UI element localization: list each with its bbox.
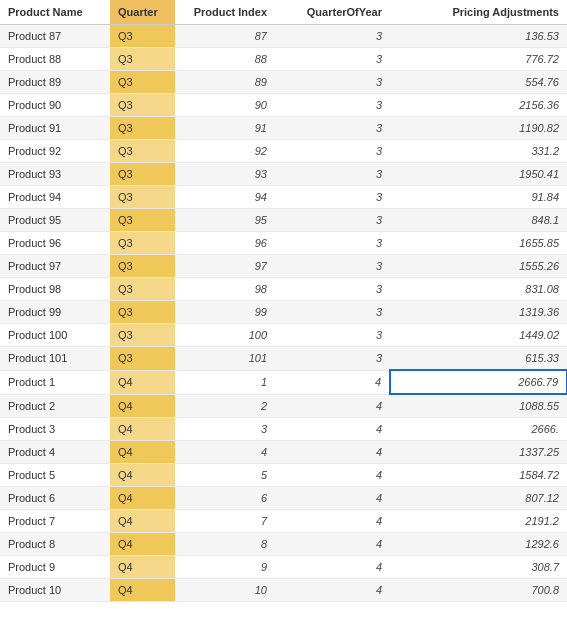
cell-pricing-adjustments: 1950.41 [390,163,567,186]
cell-pricing-adjustments: 700.8 [390,579,567,602]
table-row: Product 8Q4841292.6 [0,533,567,556]
table-row: Product 100Q310031449.02 [0,324,567,347]
cell-product-name: Product 93 [0,163,110,186]
cell-quarter: Q3 [110,117,175,140]
cell-product-name: Product 95 [0,209,110,232]
cell-quarter: Q3 [110,255,175,278]
cell-quarter: Q4 [110,510,175,533]
cell-quarter: Q3 [110,140,175,163]
cell-quarter-of-year: 3 [275,255,390,278]
cell-pricing-adjustments: 308.7 [390,556,567,579]
table-row: Product 3Q4342666. [0,418,567,441]
cell-product-index: 4 [175,441,275,464]
cell-product-name: Product 90 [0,94,110,117]
cell-product-name: Product 91 [0,117,110,140]
cell-quarter: Q4 [110,556,175,579]
table-row: Product 95Q3953848.1 [0,209,567,232]
cell-quarter-of-year: 4 [275,556,390,579]
cell-pricing-adjustments: 2191.2 [390,510,567,533]
cell-quarter-of-year: 3 [275,94,390,117]
table-row: Product 89Q3893554.76 [0,71,567,94]
table-row: Product 99Q39931319.36 [0,301,567,324]
cell-product-index: 89 [175,71,275,94]
cell-product-name: Product 9 [0,556,110,579]
table-header: Product Name Quarter Product Index Quart… [0,0,567,25]
header-product-name: Product Name [0,0,110,25]
cell-product-index: 3 [175,418,275,441]
cell-product-index: 92 [175,140,275,163]
table-row: Product 97Q39731555.26 [0,255,567,278]
cell-quarter: Q3 [110,71,175,94]
header-quarter: Quarter [110,0,175,25]
table-row: Product 10Q4104700.8 [0,579,567,602]
table-row: Product 94Q394391.84 [0,186,567,209]
cell-quarter-of-year: 3 [275,232,390,255]
cell-pricing-adjustments: 554.76 [390,71,567,94]
cell-product-index: 1 [175,370,275,394]
cell-quarter-of-year: 3 [275,163,390,186]
cell-product-index: 101 [175,347,275,371]
cell-quarter: Q3 [110,186,175,209]
table-row: Product 93Q39331950.41 [0,163,567,186]
cell-quarter: Q4 [110,464,175,487]
cell-product-index: 90 [175,94,275,117]
table-row: Product 4Q4441337.25 [0,441,567,464]
cell-quarter: Q4 [110,394,175,418]
table-row: Product 88Q3883776.72 [0,48,567,71]
cell-product-name: Product 1 [0,370,110,394]
header-quarter-of-year: QuarterOfYear [275,0,390,25]
cell-quarter-of-year: 4 [275,464,390,487]
cell-pricing-adjustments: 1292.6 [390,533,567,556]
cell-quarter: Q4 [110,370,175,394]
cell-product-name: Product 96 [0,232,110,255]
cell-quarter: Q3 [110,324,175,347]
cell-product-name: Product 92 [0,140,110,163]
cell-pricing-adjustments: 1337.25 [390,441,567,464]
table-row: Product 98Q3983831.08 [0,278,567,301]
cell-pricing-adjustments: 1655.85 [390,232,567,255]
cell-pricing-adjustments: 848.1 [390,209,567,232]
cell-quarter-of-year: 3 [275,347,390,371]
cell-quarter-of-year: 4 [275,394,390,418]
cell-quarter: Q4 [110,533,175,556]
cell-product-index: 97 [175,255,275,278]
table-row: Product 7Q4742191.2 [0,510,567,533]
cell-product-name: Product 89 [0,71,110,94]
cell-quarter: Q4 [110,441,175,464]
table-row: Product 90Q39032156.36 [0,94,567,117]
cell-product-index: 10 [175,579,275,602]
cell-quarter: Q3 [110,48,175,71]
cell-quarter: Q3 [110,347,175,371]
cell-product-index: 8 [175,533,275,556]
cell-product-index: 98 [175,278,275,301]
cell-quarter: Q3 [110,25,175,48]
cell-quarter-of-year: 3 [275,278,390,301]
cell-quarter-of-year: 3 [275,324,390,347]
header-product-index: Product Index [175,0,275,25]
cell-quarter-of-year: 4 [275,579,390,602]
cell-product-name: Product 101 [0,347,110,371]
cell-product-name: Product 100 [0,324,110,347]
cell-product-index: 94 [175,186,275,209]
cell-product-name: Product 97 [0,255,110,278]
cell-product-name: Product 6 [0,487,110,510]
cell-product-index: 9 [175,556,275,579]
cell-product-name: Product 94 [0,186,110,209]
cell-quarter-of-year: 4 [275,510,390,533]
cell-pricing-adjustments: 1449.02 [390,324,567,347]
cell-pricing-adjustments: 1555.26 [390,255,567,278]
cell-pricing-adjustments: 136.53 [390,25,567,48]
cell-product-index: 95 [175,209,275,232]
cell-quarter-of-year: 4 [275,533,390,556]
cell-product-index: 96 [175,232,275,255]
table-row: Product 5Q4541584.72 [0,464,567,487]
cell-quarter-of-year: 3 [275,71,390,94]
cell-product-name: Product 98 [0,278,110,301]
cell-pricing-adjustments: 91.84 [390,186,567,209]
table-row: Product 1Q4142666.79 [0,370,567,394]
table-row: Product 6Q464807.12 [0,487,567,510]
cell-quarter-of-year: 3 [275,117,390,140]
cell-product-index: 6 [175,487,275,510]
cell-product-name: Product 4 [0,441,110,464]
cell-quarter: Q3 [110,278,175,301]
